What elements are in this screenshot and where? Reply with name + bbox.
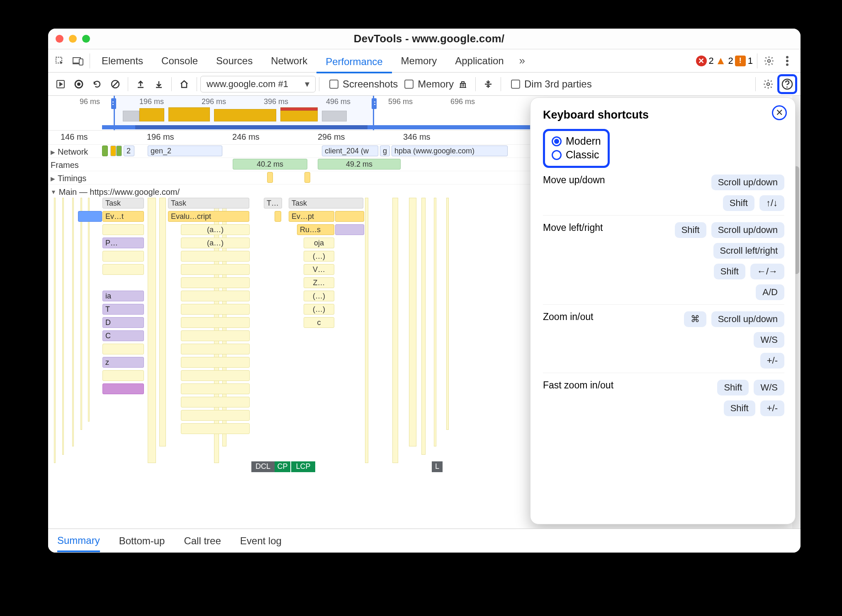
mode-modern-radio[interactable]: Modern <box>552 134 601 148</box>
issues-badge[interactable]: !1 <box>735 56 753 66</box>
tab-call-tree[interactable]: Call tree <box>184 535 221 547</box>
tab-memory[interactable]: Memory <box>392 49 446 73</box>
flame-item[interactable] <box>181 317 250 328</box>
flame-item[interactable]: ia <box>102 291 144 301</box>
tab-performance[interactable]: Performance <box>316 50 392 73</box>
flame-item[interactable]: (…) <box>304 291 334 301</box>
flame-item[interactable] <box>181 304 250 315</box>
network-item[interactable] <box>102 146 108 156</box>
timing-marker[interactable] <box>304 172 310 183</box>
flame-item[interactable] <box>78 211 102 222</box>
flame-item[interactable]: V… <box>304 264 334 275</box>
download-icon[interactable] <box>150 75 168 93</box>
flame-item[interactable]: oja <box>304 238 334 248</box>
flame-item[interactable]: Ru…s <box>297 224 334 235</box>
flame-item[interactable] <box>102 251 144 262</box>
warning-badge[interactable]: ▲2 <box>715 54 733 67</box>
timings-track-label[interactable]: ▶Timings <box>48 171 102 184</box>
flame-item[interactable] <box>102 383 144 394</box>
zoom-window-button[interactable] <box>82 35 90 43</box>
flame-item[interactable] <box>102 370 144 381</box>
capture-settings-icon[interactable] <box>759 75 777 93</box>
network-item[interactable]: g <box>380 146 390 156</box>
flame-item[interactable]: D <box>102 317 144 328</box>
tab-elements[interactable]: Elements <box>92 49 152 73</box>
flame-item[interactable]: Z… <box>304 277 334 288</box>
toggle-record-panel-icon[interactable] <box>51 75 70 93</box>
tab-sources[interactable]: Sources <box>207 49 262 73</box>
flame-item[interactable] <box>181 370 250 381</box>
close-window-button[interactable] <box>56 35 63 43</box>
error-badge[interactable]: ✕2 <box>696 56 714 66</box>
flame-item[interactable] <box>335 211 364 222</box>
flame-item[interactable] <box>181 291 250 301</box>
frame-item[interactable]: 40.2 ms <box>233 159 307 170</box>
overview-selection[interactable] <box>114 96 374 130</box>
flame-item[interactable]: T <box>102 304 144 315</box>
flame-item[interactable] <box>181 251 250 262</box>
home-icon[interactable] <box>175 75 193 93</box>
network-item[interactable]: 2 <box>124 146 134 156</box>
network-track-label[interactable]: ▶Network <box>48 145 102 158</box>
flame-item[interactable]: C <box>102 330 144 341</box>
dim-3rd-parties-checkbox[interactable]: Dim 3rd parties <box>511 78 592 90</box>
device-toolbar-icon[interactable] <box>69 52 87 70</box>
kebab-menu-icon[interactable] <box>778 52 796 70</box>
close-icon[interactable]: ✕ <box>772 105 787 120</box>
clear-icon[interactable] <box>106 75 124 93</box>
mode-classic-radio[interactable]: Classic <box>552 148 601 162</box>
main-track-label[interactable]: ▼Main — https://www.google.com/ <box>48 184 188 198</box>
flame-task[interactable]: Task <box>289 198 363 209</box>
frames-track-label[interactable]: Frames <box>48 158 102 171</box>
flame-item[interactable] <box>275 211 281 222</box>
flame-item[interactable]: (a…) <box>181 238 250 248</box>
gc-icon[interactable] <box>454 75 472 93</box>
frame-item[interactable]: 49.2 ms <box>318 159 401 170</box>
lcp-marker[interactable]: LCP <box>291 461 315 472</box>
flame-item[interactable]: Evalu…cript <box>168 211 249 222</box>
help-icon[interactable] <box>779 76 795 92</box>
tab-application[interactable]: Application <box>446 49 513 73</box>
flame-item[interactable] <box>181 357 250 368</box>
flame-item[interactable] <box>181 397 250 407</box>
network-item[interactable]: client_204 (w <box>322 146 378 156</box>
minimize-window-button[interactable] <box>69 35 77 43</box>
network-item[interactable]: hpba (www.google.com) <box>392 146 508 156</box>
network-item[interactable] <box>116 146 122 156</box>
dcl-marker[interactable]: DCL <box>251 461 275 472</box>
flame-task[interactable]: Task <box>168 198 249 209</box>
expand-icon[interactable]: ▶ <box>51 175 55 182</box>
flame-item[interactable]: Ev…pt <box>289 211 334 222</box>
flame-item[interactable] <box>181 264 250 275</box>
collapse-icon[interactable] <box>479 75 497 93</box>
collapse-icon[interactable]: ▼ <box>51 189 56 195</box>
upload-icon[interactable] <box>131 75 150 93</box>
recording-select[interactable]: www.google.com #1 ▾ <box>200 76 316 92</box>
tab-summary[interactable]: Summary <box>57 535 100 552</box>
flame-item[interactable] <box>335 224 364 235</box>
settings-icon[interactable] <box>760 52 778 70</box>
tab-bottom-up[interactable]: Bottom-up <box>119 535 165 547</box>
flame-item[interactable] <box>181 330 250 341</box>
flame-task[interactable]: T… <box>264 198 282 209</box>
more-tabs-icon[interactable]: » <box>513 52 531 70</box>
record-icon[interactable] <box>70 75 88 93</box>
flame-item[interactable]: c <box>304 317 334 328</box>
network-item[interactable]: gen_2 <box>148 146 222 156</box>
flame-task[interactable]: Task <box>102 198 144 209</box>
flame-item[interactable]: (…) <box>304 304 334 315</box>
inspect-icon[interactable] <box>51 52 69 70</box>
memory-checkbox[interactable]: Memory <box>404 78 454 90</box>
flame-item[interactable] <box>102 344 144 354</box>
flame-item[interactable] <box>181 344 250 354</box>
timing-marker[interactable] <box>267 172 273 183</box>
flame-item[interactable] <box>102 264 144 275</box>
flame-item[interactable]: z <box>102 357 144 368</box>
flame-item[interactable]: Ev…t <box>102 211 144 222</box>
network-item[interactable] <box>110 146 116 156</box>
flame-item[interactable]: (a…) <box>181 224 250 235</box>
tab-console[interactable]: Console <box>152 49 207 73</box>
tab-event-log[interactable]: Event log <box>240 535 282 547</box>
flame-item[interactable] <box>102 224 144 235</box>
tab-network[interactable]: Network <box>262 49 316 73</box>
